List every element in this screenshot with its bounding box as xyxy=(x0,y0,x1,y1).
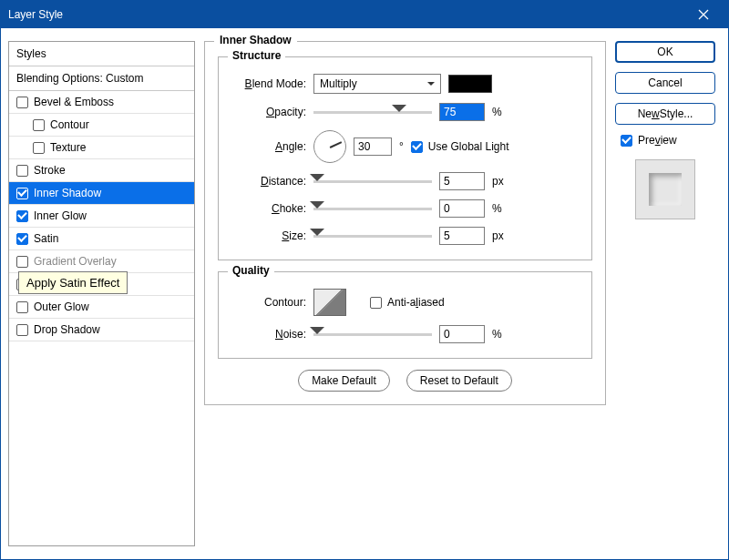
sidebar-item-outer-glow[interactable]: Outer Glow xyxy=(9,296,194,319)
blend-mode-label: Blend Mode: xyxy=(231,77,306,90)
structure-section: Structure Blend Mode: Multiply Opacity: … xyxy=(218,56,592,260)
opacity-label: Opacity: xyxy=(231,106,306,118)
choke-label: Choke: xyxy=(231,202,306,215)
distance-unit: px xyxy=(492,175,510,188)
effect-title: Inner Shadow xyxy=(214,34,297,46)
check-icon xyxy=(411,141,423,153)
titlebar: Layer Style xyxy=(1,1,728,28)
noise-label: Noise: xyxy=(231,328,306,341)
size-input[interactable] xyxy=(439,227,485,245)
right-panel: OK Cancel New Style... Preview xyxy=(615,41,715,546)
distance-slider[interactable] xyxy=(313,175,432,188)
checkbox-icon xyxy=(370,297,382,309)
check-icon xyxy=(621,135,632,147)
dialog-title: Layer Style xyxy=(8,8,63,21)
distance-label: Distance: xyxy=(231,175,306,188)
noise-input[interactable] xyxy=(439,325,485,343)
checkbox-icon xyxy=(16,301,28,313)
contour-picker[interactable] xyxy=(313,289,346,316)
checkbox-icon xyxy=(16,256,28,268)
sidebar-item-stroke[interactable]: Stroke xyxy=(9,159,194,182)
preview-thumbnail xyxy=(635,159,695,219)
shadow-color-swatch[interactable] xyxy=(448,75,492,93)
sidebar-item-contour[interactable]: Contour xyxy=(9,114,194,137)
angle-dial[interactable] xyxy=(313,130,346,163)
sidebar-item-satin[interactable]: Satin xyxy=(9,228,194,250)
sidebar-item-label: Inner Shadow xyxy=(34,187,101,199)
checkbox-icon xyxy=(16,165,28,177)
size-label: Size: xyxy=(231,229,306,242)
sidebar-item-label: Satin xyxy=(34,232,58,245)
noise-unit: % xyxy=(492,328,510,341)
ok-button[interactable]: OK xyxy=(615,41,715,63)
distance-input[interactable] xyxy=(439,172,485,190)
size-unit: px xyxy=(492,229,510,242)
new-style-button[interactable]: New Style... xyxy=(615,103,715,125)
opacity-slider[interactable] xyxy=(313,106,432,118)
close-button[interactable] xyxy=(686,1,721,28)
sidebar-item-drop-shadow[interactable]: Drop Shadow xyxy=(9,319,194,341)
structure-legend: Structure xyxy=(228,49,285,62)
sidebar-item-label: Outer Glow xyxy=(34,300,89,313)
sidebar-item-label: Inner Glow xyxy=(34,209,87,222)
choke-unit: % xyxy=(492,202,510,215)
noise-slider[interactable] xyxy=(313,328,432,341)
sidebar-item-label: Contour xyxy=(50,118,89,131)
sidebar-item-texture[interactable]: Texture xyxy=(9,137,194,159)
reset-default-button[interactable]: Reset to Default xyxy=(406,370,512,392)
blend-mode-select[interactable]: Multiply xyxy=(313,74,441,94)
preview-checkbox[interactable]: Preview xyxy=(615,134,715,147)
effect-fieldset: Inner Shadow Structure Blend Mode: Multi… xyxy=(204,41,606,405)
checkbox-icon xyxy=(16,324,28,336)
checkbox-icon xyxy=(16,210,28,222)
styles-sidebar: Styles Blending Options: Custom Bevel & … xyxy=(8,41,195,546)
sidebar-item-inner-shadow[interactable]: Inner Shadow xyxy=(9,182,194,205)
opacity-unit: % xyxy=(492,106,510,118)
layer-style-dialog: Layer Style Styles Blending Options: Cus… xyxy=(0,0,729,560)
checkbox-icon xyxy=(33,142,45,154)
quality-legend: Quality xyxy=(228,264,274,277)
checkbox-icon xyxy=(16,97,28,108)
checkbox-icon xyxy=(33,119,45,131)
checkbox-icon xyxy=(16,233,28,245)
sidebar-item-label: Stroke xyxy=(34,164,66,177)
main-panel: Inner Shadow Structure Blend Mode: Multi… xyxy=(204,41,606,546)
angle-label: Angle: xyxy=(231,140,306,153)
contour-label: Contour: xyxy=(231,296,306,309)
sidebar-subheader[interactable]: Blending Options: Custom xyxy=(9,66,194,91)
checkbox-icon xyxy=(16,188,28,199)
anti-aliased-checkbox[interactable]: Anti-aliased xyxy=(370,296,445,309)
cancel-button[interactable]: Cancel xyxy=(615,72,715,94)
make-default-button[interactable]: Make Default xyxy=(298,370,390,392)
sidebar-item-label: Texture xyxy=(50,141,86,154)
choke-slider[interactable] xyxy=(313,202,432,215)
sidebar-item-bevel-emboss[interactable]: Bevel & Emboss xyxy=(9,91,194,114)
close-icon xyxy=(698,9,709,20)
use-global-light-checkbox[interactable]: Use Global Light xyxy=(411,140,509,153)
sidebar-item-label: Bevel & Emboss xyxy=(34,96,114,108)
sidebar-item-label: Drop Shadow xyxy=(34,323,100,336)
choke-input[interactable] xyxy=(439,199,485,218)
sidebar-item-label: Gradient Overlay xyxy=(34,255,117,268)
sidebar-header[interactable]: Styles xyxy=(9,42,194,66)
tooltip-satin: Apply Satin Effect xyxy=(18,271,128,294)
opacity-input[interactable] xyxy=(439,103,485,121)
angle-unit: ° xyxy=(399,140,404,153)
size-slider[interactable] xyxy=(313,229,432,242)
angle-input[interactable] xyxy=(354,137,392,156)
sidebar-item-gradient-overlay[interactable]: Gradient Overlay xyxy=(9,250,194,273)
quality-section: Quality Contour: Anti-aliased Noise: xyxy=(218,271,592,359)
sidebar-item-inner-glow[interactable]: Inner Glow xyxy=(9,205,194,228)
